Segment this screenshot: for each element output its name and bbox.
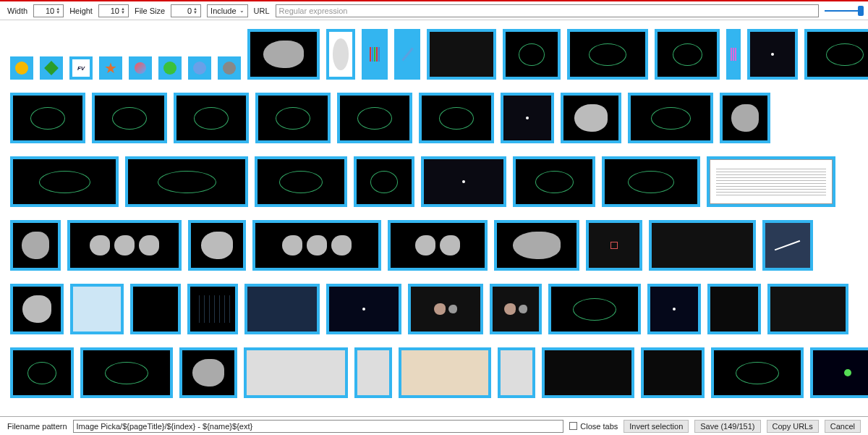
height-label: Height bbox=[69, 7, 93, 15]
checkbox-icon bbox=[569, 422, 577, 430]
thumbnail[interactable] bbox=[747, 29, 798, 80]
thumbnail-image bbox=[250, 32, 317, 77]
filename-input[interactable]: Image Picka/${pageTitle}/${index} - ${na… bbox=[73, 420, 564, 433]
thumbnail[interactable] bbox=[707, 284, 761, 334]
copy-urls-button[interactable]: Copy URLs bbox=[767, 420, 819, 433]
thumbnail-image bbox=[551, 287, 638, 331]
cube-icon bbox=[43, 59, 60, 77]
thumbnail[interactable] bbox=[218, 56, 241, 80]
thumbnail[interactable] bbox=[804, 29, 868, 80]
thumbnail[interactable] bbox=[244, 347, 348, 398]
thumbnail[interactable] bbox=[174, 93, 249, 143]
thumbnail[interactable] bbox=[80, 347, 173, 398]
size-slider[interactable] bbox=[825, 10, 861, 12]
thumbnail[interactable] bbox=[707, 156, 835, 207]
thumbnail[interactable] bbox=[129, 56, 152, 80]
url-input[interactable]: Regular expression bbox=[276, 4, 819, 17]
thumbnail[interactable] bbox=[767, 284, 848, 334]
thumbnail[interactable] bbox=[501, 93, 554, 143]
thumbnail[interactable] bbox=[388, 220, 488, 271]
height-input[interactable]: 10 ▲▼ bbox=[98, 4, 129, 17]
sphere-icon bbox=[161, 59, 179, 77]
thumbnail[interactable] bbox=[548, 284, 641, 334]
thumbnail[interactable] bbox=[419, 93, 494, 143]
thumbnail[interactable] bbox=[726, 29, 741, 80]
thumbnail[interactable] bbox=[720, 93, 770, 143]
thumbnail[interactable] bbox=[326, 29, 355, 80]
include-select[interactable]: Include ⌄ bbox=[207, 4, 247, 17]
spinner-icon[interactable]: ▲▼ bbox=[193, 7, 199, 14]
thumbnail[interactable] bbox=[255, 93, 331, 143]
invert-button[interactable]: Invert selection bbox=[624, 420, 689, 433]
thumbnail[interactable] bbox=[188, 56, 211, 80]
thumbnail[interactable] bbox=[247, 29, 320, 80]
thumbnail[interactable] bbox=[762, 220, 813, 271]
thumbnail-image bbox=[13, 223, 58, 268]
thumbnail[interactable] bbox=[810, 347, 868, 398]
thumbnail-image bbox=[493, 287, 539, 331]
thumbnail[interactable] bbox=[655, 29, 720, 80]
thumbnail[interactable] bbox=[10, 220, 61, 271]
thumbnail[interactable] bbox=[427, 29, 496, 80]
thumbnail-image bbox=[357, 159, 412, 204]
close-tabs-checkbox[interactable]: Close tabs bbox=[569, 422, 618, 431]
thumbnail[interactable] bbox=[10, 56, 33, 80]
thumbnail[interactable] bbox=[503, 29, 561, 80]
thumbnail[interactable] bbox=[399, 347, 491, 398]
thumbnail[interactable] bbox=[647, 284, 701, 334]
width-input[interactable]: 10 ▲▼ bbox=[33, 4, 64, 17]
thumbnail[interactable] bbox=[40, 56, 63, 80]
thumbnail[interactable] bbox=[244, 284, 320, 334]
thumbnail[interactable] bbox=[187, 284, 238, 334]
thumbnail-image bbox=[13, 96, 82, 140]
thumbnail[interactable] bbox=[586, 220, 642, 271]
thumbnail[interactable] bbox=[70, 284, 124, 334]
thumbnail[interactable] bbox=[649, 220, 756, 271]
thumbnail[interactable] bbox=[362, 29, 388, 80]
thumbnail[interactable] bbox=[10, 284, 64, 334]
thumbnail[interactable] bbox=[602, 156, 700, 207]
thumbnail[interactable] bbox=[67, 220, 182, 271]
thumbnail[interactable] bbox=[337, 93, 412, 143]
thumbnail[interactable] bbox=[542, 347, 634, 398]
thumbnail[interactable] bbox=[158, 56, 182, 80]
thumbnail[interactable] bbox=[255, 156, 347, 207]
thumbnail[interactable] bbox=[513, 156, 595, 207]
thumbnail[interactable] bbox=[567, 29, 648, 80]
thumbnail-image bbox=[176, 96, 246, 140]
thumbnail[interactable]: FV bbox=[69, 56, 93, 80]
thumbnail-image bbox=[128, 159, 245, 204]
thumbnail[interactable] bbox=[10, 93, 85, 143]
thumbnail[interactable] bbox=[354, 156, 414, 207]
spinner-icon[interactable]: ▲▼ bbox=[121, 7, 127, 14]
thumbnail[interactable] bbox=[10, 347, 74, 398]
thumbnail[interactable]: ★ bbox=[99, 56, 122, 80]
filesize-input[interactable]: 0 ▲▼ bbox=[171, 4, 201, 17]
thumbnail[interactable] bbox=[252, 220, 381, 271]
thumbnail[interactable] bbox=[641, 347, 705, 398]
thumbnail[interactable] bbox=[179, 347, 237, 398]
thumbnail[interactable] bbox=[188, 220, 246, 271]
thumbnail-image bbox=[631, 96, 710, 140]
thumbnail-image bbox=[503, 96, 551, 140]
cancel-button[interactable]: Cancel bbox=[825, 420, 861, 433]
thumbnail[interactable] bbox=[421, 156, 506, 207]
thumbnail[interactable] bbox=[326, 284, 401, 334]
thumbnail[interactable] bbox=[490, 284, 542, 334]
thumbnail[interactable] bbox=[354, 347, 392, 398]
thumbnail[interactable] bbox=[92, 93, 167, 143]
thumbnail[interactable] bbox=[394, 29, 420, 80]
thumbnail[interactable] bbox=[628, 93, 713, 143]
thumbnail[interactable] bbox=[561, 93, 621, 143]
thumbnail[interactable] bbox=[10, 156, 119, 207]
thumbnail[interactable] bbox=[125, 156, 248, 207]
thumbnail[interactable] bbox=[494, 220, 579, 271]
thumbnail-image bbox=[255, 223, 378, 268]
thumbnail[interactable] bbox=[408, 284, 483, 334]
thumbnail[interactable] bbox=[130, 284, 181, 334]
spinner-icon[interactable]: ▲▼ bbox=[56, 7, 61, 14]
thumbnail[interactable] bbox=[498, 347, 535, 398]
thumbnail[interactable] bbox=[711, 347, 804, 398]
thumbnail-image bbox=[95, 96, 164, 140]
save-button[interactable]: Save (149/151) bbox=[694, 420, 760, 433]
